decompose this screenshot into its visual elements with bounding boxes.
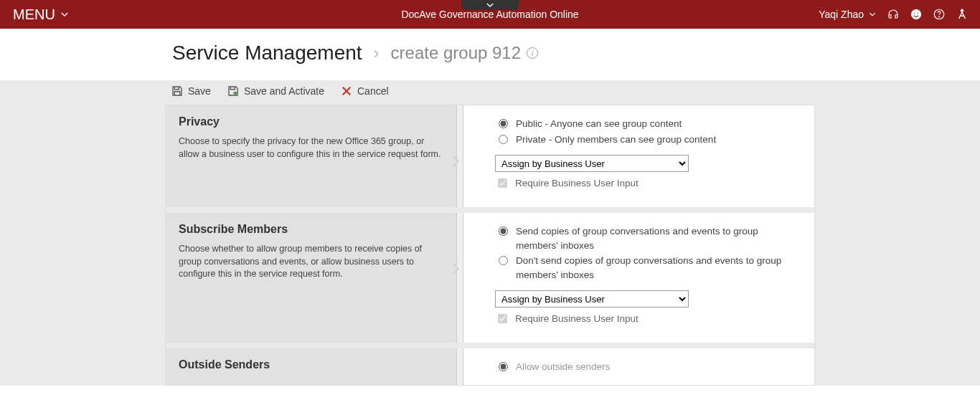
section-title: Privacy	[179, 115, 443, 128]
section-divider	[456, 213, 463, 343]
save-icon	[171, 85, 184, 97]
breadcrumb-current-label: create group 912	[391, 43, 521, 63]
radio-input[interactable]	[499, 135, 508, 144]
radio-label: Send copies of group conversations and e…	[516, 224, 801, 252]
menu-button[interactable]: MENU	[0, 6, 83, 23]
info-icon[interactable]: i	[527, 47, 538, 59]
radio-outside-allow[interactable]: Allow outside senders	[495, 360, 801, 374]
section-desc: Choose whether to allow group members to…	[179, 243, 443, 281]
privacy-assign-select[interactable]: Assign by Business User	[495, 155, 689, 172]
radio-subscribe-dont[interactable]: Don't send copies of group conversations…	[495, 254, 801, 282]
pull-down-tab[interactable]	[461, 0, 519, 10]
svg-point-1	[914, 13, 915, 14]
smile-icon[interactable]	[910, 8, 923, 21]
section-subscribe: Subscribe Members Choose whether to allo…	[166, 213, 814, 348]
subscribe-require-checkbox[interactable]: Require Business User Input	[495, 312, 801, 325]
checkbox-input[interactable]	[498, 314, 507, 323]
radio-label: Public - Anyone can see group content	[516, 117, 682, 131]
save-button[interactable]: Save	[171, 85, 211, 97]
radio-label: Allow outside senders	[516, 360, 610, 374]
radio-label: Private - Only members can see group con…	[516, 133, 716, 147]
section-privacy-controls: Public - Anyone can see group content Pr…	[463, 105, 814, 207]
checkbox-label: Require Business User Input	[515, 178, 639, 189]
radio-input[interactable]	[499, 362, 508, 371]
section-subscribe-controls: Send copies of group conversations and e…	[463, 213, 814, 343]
section-privacy: Privacy Choose to specify the privacy fo…	[166, 105, 814, 213]
cancel-button[interactable]: Cancel	[340, 85, 389, 97]
section-outside: Outside Senders Allow outside senders	[166, 348, 814, 386]
radio-privacy-public[interactable]: Public - Anyone can see group content	[495, 117, 801, 131]
svg-point-4	[938, 16, 940, 18]
action-toolbar: Save Save and Activate Cancel	[0, 85, 980, 105]
svg-point-5	[961, 9, 963, 12]
section-subscribe-info: Subscribe Members Choose whether to allo…	[166, 213, 456, 343]
radio-label: Don't send copies of group conversations…	[516, 254, 801, 282]
section-divider	[456, 105, 463, 207]
compass-icon[interactable]	[956, 8, 969, 21]
save-activate-button[interactable]: Save and Activate	[227, 85, 324, 97]
user-menu[interactable]: Yaqi Zhao	[819, 9, 877, 20]
section-privacy-info: Privacy Choose to specify the privacy fo…	[166, 105, 456, 207]
save-label: Save	[188, 85, 211, 97]
svg-point-0	[911, 9, 921, 19]
breadcrumb-parent[interactable]: Service Management	[172, 42, 362, 65]
header-right: Yaqi Zhao	[819, 8, 980, 21]
save-activate-label: Save and Activate	[244, 85, 324, 97]
cancel-icon	[340, 85, 353, 97]
radio-input[interactable]	[499, 226, 508, 236]
subscribe-assign-select[interactable]: Assign by Business User	[495, 290, 689, 307]
section-title: Outside Senders	[179, 358, 443, 371]
top-bar: MENU DocAve Governance Automation Online…	[0, 0, 980, 29]
section-outside-info: Outside Senders	[166, 348, 456, 386]
settings-panel[interactable]: Privacy Choose to specify the privacy fo…	[165, 105, 815, 386]
radio-input[interactable]	[499, 256, 508, 265]
chevron-down-icon	[485, 1, 495, 9]
section-title: Subscribe Members	[179, 223, 443, 236]
radio-subscribe-send[interactable]: Send copies of group conversations and e…	[495, 224, 801, 252]
chevron-down-icon	[60, 9, 70, 19]
section-divider	[456, 348, 463, 386]
user-name: Yaqi Zhao	[819, 9, 864, 20]
section-desc: Choose to specify the privacy for the ne…	[179, 135, 443, 161]
svg-point-2	[917, 13, 918, 14]
checkbox-label: Require Business User Input	[515, 313, 639, 324]
cancel-label: Cancel	[357, 85, 389, 97]
headset-icon[interactable]	[887, 8, 900, 21]
breadcrumb-current: create group 912 i	[391, 43, 538, 63]
checkbox-input[interactable]	[498, 178, 507, 188]
chevron-down-icon	[868, 10, 877, 19]
breadcrumb: Service Management › create group 912 i	[0, 29, 980, 80]
radio-input[interactable]	[499, 119, 508, 128]
section-outside-controls: Allow outside senders	[463, 348, 814, 386]
help-icon[interactable]	[933, 8, 946, 21]
radio-privacy-private[interactable]: Private - Only members can see group con…	[495, 133, 801, 147]
content-area: Save Save and Activate Cancel Privacy Ch…	[0, 80, 980, 386]
menu-label: MENU	[13, 6, 55, 23]
chevron-right-icon: ›	[374, 43, 380, 63]
privacy-require-checkbox[interactable]: Require Business User Input	[495, 176, 801, 190]
save-activate-icon	[227, 85, 240, 97]
